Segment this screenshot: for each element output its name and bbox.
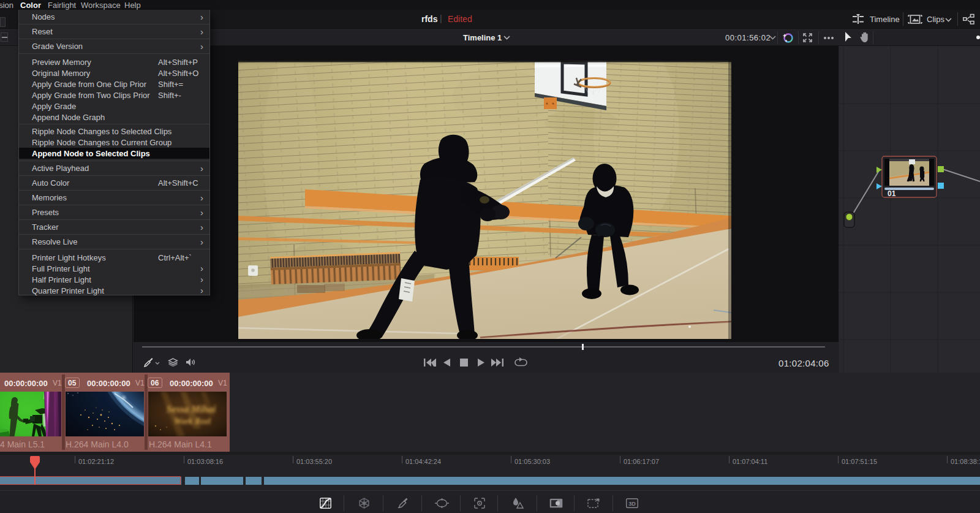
svg-text:01: 01 — [888, 189, 896, 198]
svg-text:3D: 3D — [628, 501, 636, 507]
svg-text:Work Reel: Work Reel — [174, 417, 211, 426]
svg-text:Sessa Mihai: Sessa Mihai — [167, 404, 216, 414]
